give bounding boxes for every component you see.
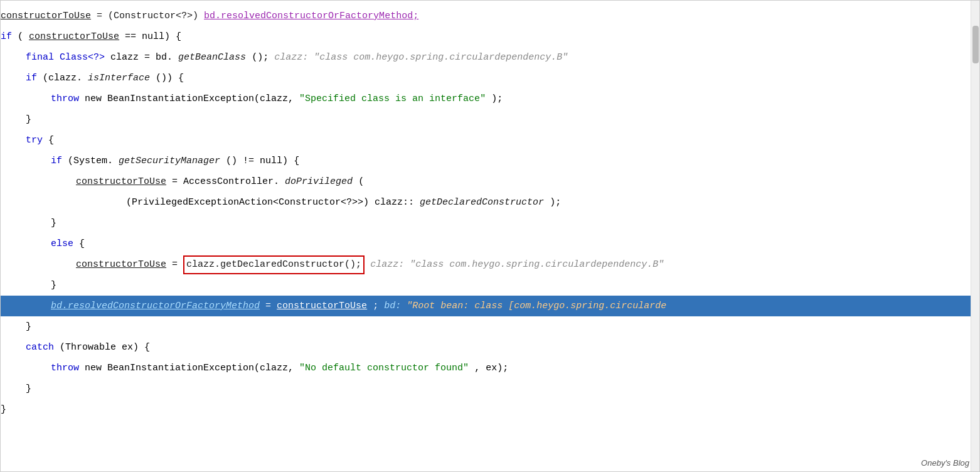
- code-line: }: [1, 213, 979, 233]
- keyword-try: try: [26, 135, 48, 146]
- scrollbar[interactable]: [971, 1, 979, 471]
- code-text: constructorToUse = (Constructor<?>) bd.r…: [1, 6, 418, 26]
- code-window: constructorToUse = (Constructor<?>) bd.r…: [0, 0, 980, 472]
- keyword-if2: if: [26, 73, 37, 83]
- footer-label: Oneby's Blog: [921, 458, 969, 468]
- code-line: }: [1, 316, 979, 337]
- code-line: if ( constructorToUse == null) {: [1, 26, 979, 47]
- keyword-catch: catch: [26, 342, 60, 353]
- keyword-throw1: throw: [51, 94, 85, 104]
- code-line: }: [1, 109, 979, 130]
- code-line: }: [1, 399, 979, 420]
- method-getbeanclass: getBeanClass: [178, 52, 246, 63]
- keyword-if3: if: [51, 156, 62, 166]
- keyword-else: else: [51, 239, 79, 249]
- keyword-final: final: [26, 52, 60, 63]
- code-line: else {: [1, 233, 979, 254]
- red-box-getDeclaredConstructor: clazz.getDeclaredConstructor();: [183, 255, 365, 274]
- code-line: constructorToUse = (Constructor<?>) bd.r…: [1, 6, 979, 26]
- code-line: constructorToUse = clazz.getDeclaredCons…: [1, 254, 979, 275]
- code-line: catch (Throwable ex) {: [1, 337, 979, 358]
- comment-bd-value: "Root bean: class [com.heygo.spring.circ…: [407, 301, 666, 311]
- var-ctoruse2: constructorToUse: [76, 176, 166, 187]
- field-bd-resolved2: bd.resolvedConstructorOrFactoryMethod: [51, 301, 260, 311]
- code-line: try {: [1, 130, 979, 151]
- code-line: constructorToUse = AccessController. doP…: [1, 171, 979, 192]
- type-class: Class<?>: [60, 52, 105, 63]
- comment-clazz1: clazz: "class com.heygo.spring.circulard…: [274, 52, 568, 63]
- code-area: constructorToUse = (Constructor<?>) bd.r…: [1, 1, 979, 425]
- string-specified-class: "Specified class is an interface": [299, 94, 486, 104]
- code-line: }: [1, 378, 979, 399]
- var-ctoruse: constructorToUse: [29, 31, 119, 42]
- method-doprivileged: doPrivileged: [285, 176, 353, 187]
- scrollbar-thumb[interactable]: [972, 26, 979, 63]
- keyword-if: if: [1, 31, 12, 42]
- code-line: if (System. getSecurityManager () != nul…: [1, 151, 979, 171]
- code-line: if (clazz. isInterface ()) {: [1, 68, 979, 88]
- keyword-throw2: throw: [51, 363, 85, 373]
- string-no-default: "No default constructor found": [299, 363, 469, 373]
- var-ctoruse4: constructorToUse: [277, 301, 367, 311]
- code-line: }: [1, 275, 979, 296]
- method-getsecuritymanager: getSecurityManager: [119, 156, 220, 166]
- var-ctoruse3: constructorToUse: [76, 259, 166, 270]
- code-line: throw new BeanInstantiationException(cla…: [1, 88, 979, 109]
- comment-clazz2: clazz: "class com.heygo.spring.circulard…: [370, 259, 664, 270]
- code-line: final Class<?> clazz = bd. getBeanClass …: [1, 47, 979, 68]
- method-isinterface: isInterface: [88, 73, 150, 83]
- code-line: (PrivilegedExceptionAction<Constructor<?…: [1, 192, 979, 213]
- field-bd-resolved: bd.resolvedConstructorOrFactoryMethod;: [204, 11, 418, 21]
- code-line-highlighted: bd.resolvedConstructorOrFactoryMethod = …: [1, 296, 979, 316]
- code-line: throw new BeanInstantiationException(cla…: [1, 358, 979, 378]
- comment-bd-highlight: bd:: [384, 301, 407, 311]
- var-constructor-to-use: constructorToUse: [1, 11, 91, 21]
- method-getdeclaredctor1: getDeclaredConstructor: [420, 197, 544, 208]
